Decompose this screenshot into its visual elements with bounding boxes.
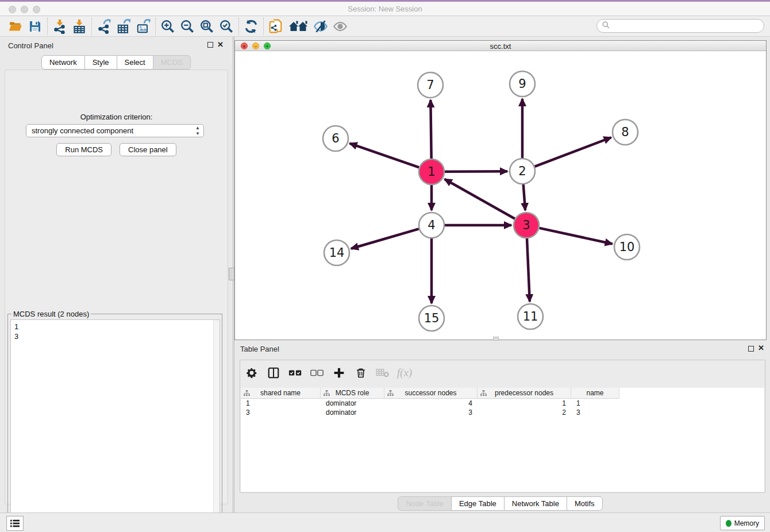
graph-edge-1-2[interactable] (445, 171, 507, 172)
home-icon[interactable] (286, 18, 311, 35)
table-cell[interactable]: dominator (321, 408, 384, 417)
zoom-out-icon[interactable] (178, 18, 197, 35)
mcds-result-title: MCDS result (2 nodes) (11, 310, 91, 318)
network-view-window: × − + scc.txt 7968124314101511 (234, 40, 767, 340)
table-panel-close-icon[interactable]: ✕ (758, 344, 764, 352)
deselect-all-columns-icon[interactable] (308, 364, 326, 382)
graph-node-label-8: 8 (621, 125, 629, 139)
graph-edge-4-14[interactable] (351, 229, 419, 248)
table-rows: 1dominator4113dominator323 (241, 399, 619, 417)
memory-button[interactable]: Memory (720, 516, 765, 530)
toolbar-separator (91, 18, 92, 35)
column-header-name[interactable]: name (571, 388, 619, 399)
workspace: Control Panel ✕ NetworkStyleSelectMCDS O… (0, 37, 770, 512)
table-cell[interactable]: 3 (571, 408, 619, 417)
search-box[interactable] (596, 19, 764, 33)
node-table[interactable]: shared nameMCDS rolesuccessor nodesprede… (241, 388, 764, 492)
add-column-icon[interactable] (330, 364, 348, 382)
table-row[interactable]: 3dominator323 (241, 408, 619, 417)
toolbar-separator (47, 18, 48, 35)
zoom-selected-icon[interactable] (217, 18, 236, 35)
tab-style[interactable]: Style (84, 55, 117, 70)
column-header-successor-nodes[interactable]: successor nodes (384, 388, 478, 399)
graph-node-label-3: 3 (522, 218, 530, 232)
memory-status-icon (726, 520, 732, 527)
vertical-splitter-handle[interactable] (229, 268, 234, 280)
tab-motifs[interactable]: Motifs (567, 496, 603, 511)
tab-network[interactable]: Network (41, 55, 85, 70)
hide-panels-icon[interactable] (311, 18, 330, 35)
refresh-layout-icon[interactable] (241, 18, 261, 35)
table-cell[interactable]: 2 (478, 408, 571, 417)
table-cell[interactable]: 1 (571, 399, 619, 408)
show-eye-icon[interactable] (330, 18, 350, 35)
column-header-predecessor-nodes[interactable]: predecessor nodes (478, 388, 571, 399)
table-panel: Table Panel ✕ (234, 342, 767, 512)
network-window-title: scc.txt (235, 42, 766, 51)
settings-gear-icon[interactable] (242, 364, 261, 382)
import-network-icon[interactable] (50, 18, 70, 35)
horizontal-splitter-handle[interactable] (493, 337, 499, 341)
export-table-icon[interactable] (114, 18, 133, 35)
graph-edge-2-3[interactable] (523, 184, 525, 210)
tab-edge-table[interactable]: Edge Table (451, 496, 505, 511)
table-panel-title: Table Panel (240, 345, 279, 353)
delete-column-icon[interactable] (352, 364, 370, 382)
import-table-icon[interactable] (70, 18, 89, 35)
network-graph-canvas[interactable]: 7968124314101511 (235, 52, 766, 340)
network-window-titlebar[interactable]: × − + scc.txt (235, 41, 766, 51)
graph-node-label-4: 4 (428, 218, 435, 232)
tab-network-table[interactable]: Network Table (504, 496, 567, 511)
graph-edge-1-7[interactable] (430, 100, 431, 159)
window-title: Session: New Session (0, 5, 770, 13)
table-cell[interactable]: 1 (241, 399, 321, 408)
tab-node-table[interactable]: Node Table (398, 496, 452, 511)
control-panel-float-icon[interactable] (207, 42, 213, 48)
save-session-icon[interactable] (25, 18, 45, 35)
select-all-columns-icon[interactable] (286, 364, 305, 382)
table-cell[interactable]: 4 (384, 399, 478, 408)
graph-edge-3-10[interactable] (539, 228, 612, 244)
task-history-button[interactable] (6, 516, 24, 531)
column-header-MCDS-role[interactable]: MCDS role (321, 388, 384, 399)
search-icon (602, 21, 610, 32)
table-cell[interactable]: 3 (241, 408, 321, 417)
zoom-in-icon[interactable] (158, 18, 178, 35)
clone-network-icon[interactable] (266, 18, 286, 35)
optimization-criterion-label: Optimization criterion: (5, 113, 228, 121)
column-header-shared-name[interactable]: shared name (241, 388, 321, 399)
node-table-container: f(x) shared nameMCDS rolesuccessor nodes… (240, 360, 765, 493)
table-cell[interactable]: 1 (478, 399, 571, 408)
column-layout-icon[interactable] (264, 364, 283, 382)
table-panel-float-icon[interactable] (748, 346, 754, 352)
mcds-result-textarea[interactable]: 1 3 (10, 319, 220, 527)
control-panel-close-icon[interactable]: ✕ (217, 40, 224, 49)
run-mcds-button[interactable]: Run MCDS (56, 143, 111, 156)
open-session-icon[interactable] (6, 18, 25, 35)
mcds-result-scrollbar[interactable] (213, 320, 220, 527)
graph-edge-2-8[interactable] (535, 137, 611, 167)
delete-table-icon-disabled (374, 364, 392, 382)
zoom-fit-icon[interactable] (197, 18, 217, 35)
graph-node-label-1: 1 (428, 165, 435, 179)
column-tree-icon (324, 390, 330, 396)
export-network-icon[interactable] (94, 18, 114, 35)
export-image-icon[interactable] (133, 18, 153, 35)
memory-button-label: Memory (734, 519, 759, 527)
graph-edge-1-6[interactable] (350, 144, 419, 168)
close-panel-button[interactable]: Close panel (120, 143, 176, 156)
optimization-criterion-select[interactable]: strongly connected component ▲▼ (26, 124, 204, 137)
search-input[interactable] (610, 21, 764, 31)
table-cell[interactable]: 3 (384, 408, 478, 417)
function-builder-icon-disabled: f(x) (395, 364, 414, 382)
graph-node-label-11: 11 (523, 310, 538, 323)
chevron-up-down-icon: ▲▼ (195, 125, 200, 137)
window-titlebar[interactable]: Session: New Session (0, 2, 770, 16)
graph-edge-3-11[interactable] (527, 238, 530, 302)
graph-edge-3-1[interactable] (445, 179, 515, 219)
tab-select[interactable]: Select (117, 55, 153, 70)
graph-node-label-2: 2 (518, 164, 526, 178)
table-row[interactable]: 1dominator411 (241, 399, 619, 408)
tab-mcds[interactable]: MCDS (153, 55, 191, 70)
table-cell[interactable]: dominator (321, 399, 384, 408)
